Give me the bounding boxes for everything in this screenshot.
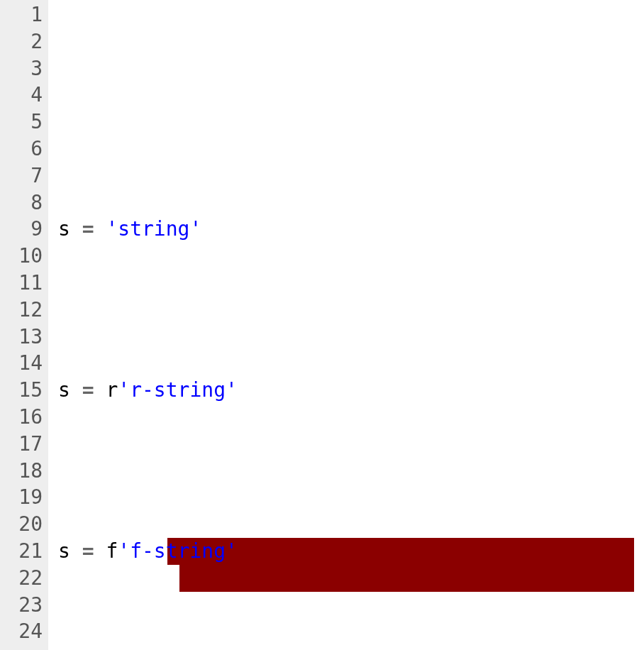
code-line[interactable] [58, 458, 644, 485]
line-number-gutter: 1 2 3 4 5 6 7 8 9 10 11 12 13 14 15 16 1… [0, 0, 48, 650]
string-literal: string [118, 217, 189, 241]
line-number: 18 [0, 458, 43, 485]
operator: = [82, 539, 94, 563]
line-number: 24 [0, 618, 43, 645]
line-number: 21 [0, 538, 43, 565]
code-area[interactable]: s = 'string' s = r'r-string' s = f'f-str… [48, 0, 644, 650]
code-line[interactable]: s = 'string' [58, 216, 644, 243]
line-number: 20 [0, 511, 43, 538]
code-line[interactable]: s = f'f-string' [58, 538, 644, 565]
string-quote: ' [118, 378, 130, 402]
line-number: 23 [0, 592, 43, 619]
operator: = [82, 217, 94, 241]
operator: = [82, 378, 94, 402]
string-prefix: r [106, 378, 118, 402]
line-number: 15 [0, 377, 43, 404]
string-prefix: f [106, 539, 118, 563]
line-number: 6 [0, 136, 43, 162]
line-number: 4 [0, 82, 43, 109]
code-line[interactable]: s = r'r-string' [58, 377, 644, 404]
line-number: 5 [0, 109, 43, 136]
line-number: 12 [0, 297, 43, 324]
string-quote: ' [226, 378, 238, 402]
line-number: 13 [0, 324, 43, 351]
string-literal: f-string [130, 539, 226, 563]
string-quote: ' [189, 217, 201, 241]
line-number: 10 [0, 243, 43, 270]
line-number: 7 [0, 162, 43, 189]
line-number: 17 [0, 431, 43, 458]
line-number: 11 [0, 270, 43, 297]
string-quote: ' [226, 539, 238, 563]
line-number: 3 [0, 55, 43, 82]
string-quote: ' [118, 539, 130, 563]
line-number: 22 [0, 565, 43, 592]
line-number: 19 [0, 484, 43, 511]
line-number: 8 [0, 189, 43, 216]
line-number: 16 [0, 404, 43, 431]
line-number: 2 [0, 28, 43, 55]
code-line[interactable] [58, 618, 644, 645]
line-number: 9 [0, 216, 43, 243]
string-quote: ' [106, 217, 118, 241]
code-editor[interactable]: 1 2 3 4 5 6 7 8 9 10 11 12 13 14 15 16 1… [0, 0, 644, 650]
line-number: 1 [0, 1, 43, 28]
variable: s [58, 217, 70, 241]
variable: s [58, 539, 70, 563]
line-number: 14 [0, 350, 43, 377]
code-line[interactable] [58, 297, 644, 324]
string-literal: r-string [130, 378, 226, 402]
variable: s [58, 378, 70, 402]
